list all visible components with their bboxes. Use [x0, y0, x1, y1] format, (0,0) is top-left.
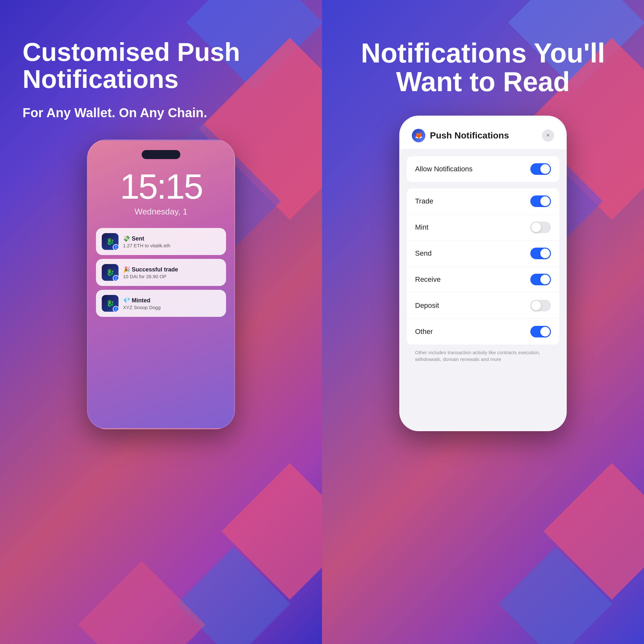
mint-label: Mint	[415, 223, 429, 232]
right-bg-shape-5	[498, 547, 612, 644]
notif-emoji-2: 🎉	[123, 266, 132, 273]
receive-row: Receive	[407, 267, 559, 293]
mint-toggle[interactable]	[530, 222, 551, 233]
notification-card-2: 🐉 Z 🎉 Successful trade 10 DAI for 26.90 …	[96, 259, 226, 286]
notif-emoji-3: 💎	[123, 297, 132, 304]
left-main-heading: Customised Push Notifications	[23, 39, 299, 93]
notif-emoji-1: 💸	[123, 235, 132, 242]
modal-avatar: 🦊	[412, 129, 425, 142]
send-label: Send	[415, 249, 431, 258]
notif-title-text-3: Minted	[132, 297, 150, 304]
notif-subtitle-2: 10 DAI for 26.90 OP	[123, 274, 220, 279]
phone-notch	[142, 150, 180, 159]
notif-subtitle-1: 1.27 ETH to vitalik.eth	[123, 243, 220, 248]
trade-row: Trade	[407, 188, 559, 214]
other-label: Other	[415, 327, 433, 336]
notification-settings-section: Trade Mint Send	[407, 188, 559, 345]
notif-subtitle-3: XYZ Snoop Dogg	[123, 305, 220, 310]
notif-text-1: 💸 Sent 1.27 ETH to vitalik.eth	[123, 235, 220, 248]
notif-text-3: 💎 Minted XYZ Snoop Dogg	[123, 297, 220, 310]
avatar-emoji: 🦊	[415, 132, 423, 139]
modal-header-left: 🦊 Push Notifications	[412, 129, 509, 142]
send-row: Send	[407, 241, 559, 267]
toggle-knob-receive	[540, 275, 550, 284]
allow-notifications-row: Allow Notifications	[407, 156, 559, 182]
left-sub-heading: For Any Wallet. On Any Chain.	[23, 106, 207, 120]
notif-title-text-1: Sent	[132, 235, 144, 242]
bg-shape-5	[176, 547, 290, 644]
deposit-row: Deposit	[407, 293, 559, 319]
toggle-knob-deposit	[531, 301, 541, 310]
allow-notifications-section: Allow Notifications	[407, 156, 559, 182]
bg-shape-6	[78, 561, 205, 644]
notif-badge-3: Z	[113, 306, 118, 312]
deposit-toggle[interactable]	[530, 300, 551, 311]
phone-time: 15:15	[96, 169, 226, 204]
notif-title-2: 🎉 Successful trade	[123, 266, 220, 273]
right-main-heading: Notifications You'll Want to Read	[341, 39, 625, 96]
phone-mockup-right: 🦊 Push Notifications × Allow Notificatio…	[399, 116, 567, 431]
right-bg-shape-4	[544, 463, 644, 600]
modal-container: 🦊 Push Notifications × Allow Notificatio…	[400, 117, 566, 430]
bg-shape-4	[222, 463, 322, 600]
receive-label: Receive	[415, 275, 440, 284]
phone-date: Wednesday, 1	[96, 207, 226, 217]
notif-title-1: 💸 Sent	[123, 235, 220, 242]
modal-title: Push Notifications	[430, 130, 509, 141]
notif-badge-1: Z	[113, 244, 118, 250]
phone-mockup-left: 15:15 Wednesday, 1 🐉 Z 💸 Sent 1.27 ETH t…	[87, 139, 235, 429]
notif-icon-1: 🐉 Z	[102, 233, 118, 250]
modal-body: Allow Notifications Trade	[400, 156, 566, 367]
other-toggle[interactable]	[530, 326, 551, 337]
notification-card-3: 🐉 Z 💎 Minted XYZ Snoop Dogg	[96, 290, 226, 317]
notif-title-text-2: Successful trade	[132, 266, 178, 273]
trade-toggle[interactable]	[530, 195, 551, 207]
notif-icon-2: 🐉 Z	[102, 264, 118, 281]
right-panel: Notifications You'll Want to Read 🦊 Push…	[322, 0, 644, 644]
receive-toggle[interactable]	[530, 274, 551, 285]
toggle-knob-allow	[540, 164, 550, 174]
notif-text-2: 🎉 Successful trade 10 DAI for 26.90 OP	[123, 266, 220, 279]
toggle-knob-send	[540, 249, 550, 258]
notif-icon-3: 🐉 Z	[102, 295, 118, 312]
notif-title-3: 💎 Minted	[123, 297, 220, 304]
modal-close-button[interactable]: ×	[542, 129, 554, 142]
allow-notifications-toggle[interactable]	[530, 163, 551, 175]
modal-header: 🦊 Push Notifications ×	[400, 117, 566, 150]
close-icon: ×	[546, 132, 550, 139]
other-row: Other	[407, 319, 559, 345]
notif-badge-2: Z	[113, 275, 118, 281]
left-panel: Customised Push Notifications For Any Wa…	[0, 0, 322, 644]
send-toggle[interactable]	[530, 248, 551, 259]
toggle-knob-other	[540, 327, 550, 336]
trade-label: Trade	[415, 197, 433, 205]
footer-note: Other includes transaction activity like…	[400, 345, 566, 367]
mint-row: Mint	[407, 214, 559, 241]
toggle-knob-mint	[531, 223, 541, 232]
allow-notifications-label: Allow Notifications	[415, 165, 473, 173]
toggle-knob-trade	[540, 196, 550, 206]
deposit-label: Deposit	[415, 301, 439, 310]
notification-card-1: 🐉 Z 💸 Sent 1.27 ETH to vitalik.eth	[96, 228, 226, 255]
